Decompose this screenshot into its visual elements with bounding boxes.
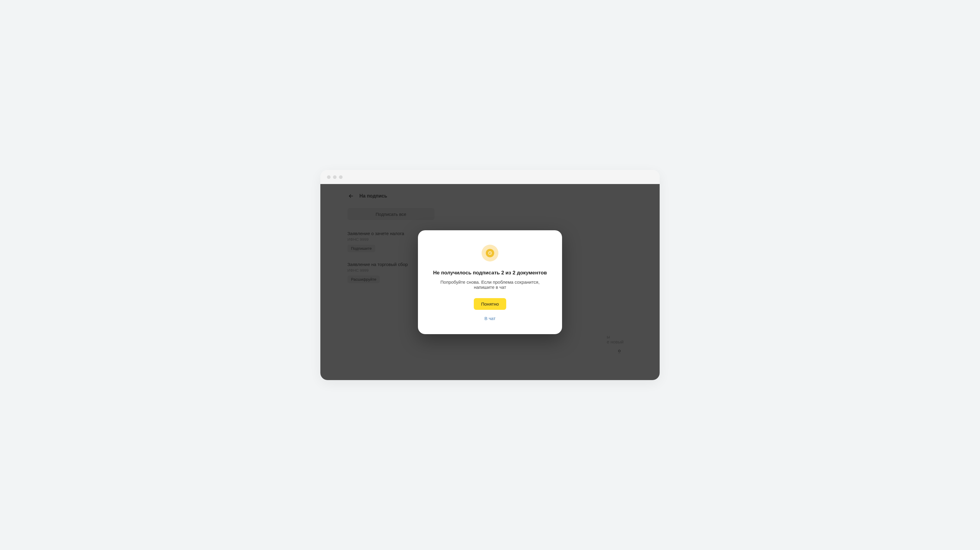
ok-button[interactable]: Понятно [474, 298, 506, 310]
modal-message: Попробуйте снова. Если проблема сохранит… [431, 280, 549, 290]
app-window: На подпись Подписать все 5 июл. Заявлени… [320, 170, 660, 380]
clock-icon [482, 245, 498, 261]
traffic-minimize[interactable] [333, 175, 337, 179]
modal-title: Не получилось подписать 2 из 2 документо… [431, 270, 549, 276]
error-modal: Не получилось подписать 2 из 2 документо… [418, 230, 562, 334]
traffic-close[interactable] [327, 175, 331, 179]
traffic-maximize[interactable] [339, 175, 342, 179]
content: На подпись Подписать все 5 июл. Заявлени… [320, 184, 660, 380]
chat-link[interactable]: В чат [431, 316, 549, 321]
titlebar [320, 170, 660, 184]
